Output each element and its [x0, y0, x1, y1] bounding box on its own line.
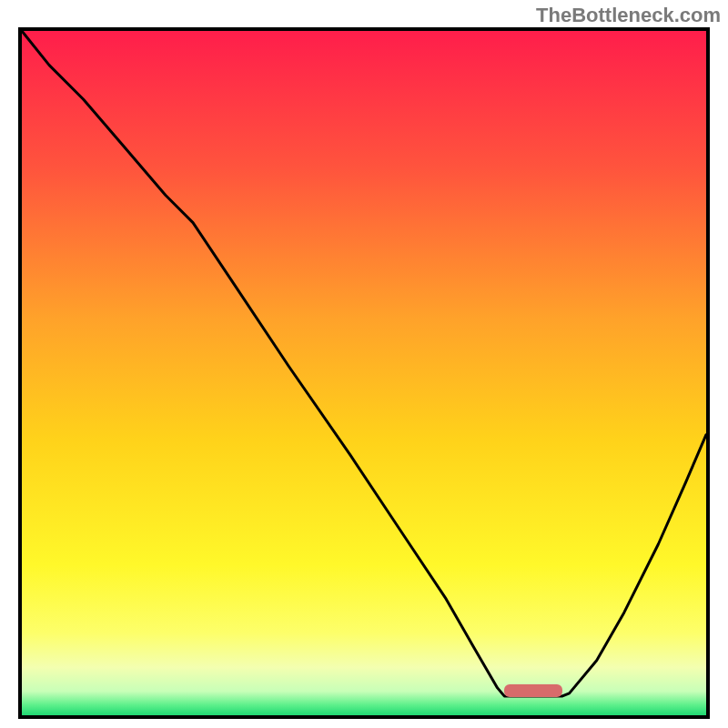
chart-container: TheBottleneck.com: [0, 0, 728, 728]
optimal-marker: [504, 684, 562, 697]
bottleneck-curve: [22, 31, 706, 715]
plot-area: [18, 27, 710, 719]
watermark-text: TheBottleneck.com: [536, 4, 721, 27]
